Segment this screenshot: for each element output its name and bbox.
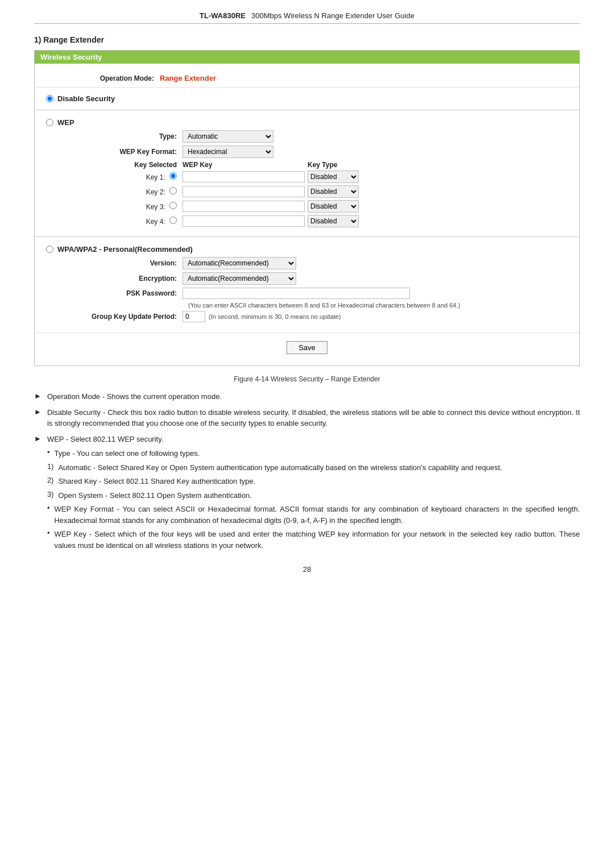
sub-item-type: • Type - You can select one of following…: [47, 448, 580, 459]
key4-type-select[interactable]: Disabled 64Bit 128Bit 152Bit: [308, 215, 359, 227]
key3-radio[interactable]: [169, 202, 177, 209]
type-label: Type:: [69, 132, 182, 140]
key2-label: Key 2:: [69, 187, 182, 196]
operation-mode-row: Operation Mode: Range Extender: [35, 69, 579, 88]
key3-input[interactable]: [182, 201, 305, 212]
section-number: 1): [34, 35, 41, 44]
description-list: ► Operation Mode - Shows the current ope…: [34, 391, 580, 554]
key3-type-select[interactable]: Disabled 64Bit 128Bit 152Bit: [308, 200, 359, 213]
wep-section-wrapper: WEP Type: Automatic Shared Key Open Syst…: [35, 116, 579, 232]
key1-radio[interactable]: [169, 172, 177, 180]
key1-input[interactable]: [182, 171, 305, 182]
arrow-icon-2: ►: [34, 408, 42, 416]
disable-security-label: Disable Security: [57, 94, 115, 103]
wep-key-header: WEP Key: [182, 161, 308, 169]
guide-title: 300Mbps Wireless N Range Extender User G…: [251, 11, 414, 20]
sub-item-shared: 2) Shared Key - Select 802.11 Shared Key…: [47, 476, 580, 487]
key3-label: Key 3:: [69, 202, 182, 211]
sub-list-3: • Type - You can select one of following…: [47, 448, 580, 551]
group-key-note: (In second, minimum is 30, 0 means no up…: [209, 313, 341, 320]
bullet-text-1: Operation Mode - Shows the current opera…: [47, 391, 580, 402]
encryption-label: Encryption:: [69, 275, 182, 283]
bullet-item-3: ► WEP - Select 802.11 WEP security. • Ty…: [34, 434, 580, 554]
wpa-label: WPA/WPA2 - Personal(Recommended): [57, 245, 193, 254]
section-name: Range Extender: [43, 35, 104, 44]
sub-item-format: • WEP Key Format - You can select ASCII …: [47, 504, 580, 526]
encryption-select[interactable]: Automatic(Recommended) TKIP AES: [182, 272, 296, 285]
group-key-row: Group Key Update Period: (In second, min…: [69, 311, 568, 322]
psk-password-row: PSK Password:: [69, 288, 568, 299]
group-key-label: Group Key Update Period:: [69, 313, 182, 321]
key2-type-select[interactable]: Disabled 64Bit 128Bit 152Bit: [308, 185, 359, 198]
key-row-1: Key 1: Disabled 64Bit 128Bit 152Bit: [69, 171, 568, 183]
bullet-text-3: WEP - Select 802.11 WEP security.: [47, 435, 163, 443]
sub-text-shared: Shared Key - Select 802.11 Shared Key au…: [58, 476, 255, 487]
key-row-4: Key 4: Disabled 64Bit 128Bit 152Bit: [69, 215, 568, 227]
key2-radio[interactable]: [169, 187, 177, 194]
sub-num-open: 3): [47, 490, 54, 499]
operation-mode-label: Operation Mode:: [35, 74, 160, 82]
sub-text-wepkey: WEP Key - Select which of the four keys …: [54, 529, 580, 551]
key-row-2: Key 2: Disabled 64Bit 128Bit 152Bit: [69, 185, 568, 198]
key4-label: Key 4:: [69, 217, 182, 226]
sub-item-open: 3) Open System - Select 802.11 Open Syst…: [47, 490, 580, 501]
group-key-input[interactable]: [182, 311, 205, 322]
sub-item-wepkey: • WEP Key - Select which of the four key…: [47, 529, 580, 551]
figure-caption: Figure 4-14 Wireless Security – Range Ex…: [34, 375, 580, 383]
arrow-icon-3: ►: [34, 434, 42, 443]
wpa-radio[interactable]: [46, 246, 53, 253]
model-label: TL-WA830RE: [200, 11, 246, 20]
disable-security-row: Disable Security: [35, 91, 579, 106]
arrow-icon-1: ►: [34, 392, 42, 400]
wireless-security-box: Wireless Security Operation Mode: Range …: [34, 50, 580, 366]
type-row: Type: Automatic Shared Key Open System: [69, 130, 568, 143]
page-number: 28: [34, 565, 580, 574]
save-row: Save: [35, 333, 579, 360]
header-bar: TL-WA830RE 300Mbps Wireless N Range Exte…: [34, 11, 580, 24]
key1-label: Key 1:: [69, 172, 182, 181]
bullet-item-2: ► Disable Security - Check this box radi…: [34, 407, 580, 429]
sub-bullet-type: •: [47, 448, 50, 456]
disable-security-radio[interactable]: [46, 95, 53, 102]
wep-key-format-row: WEP Key Format: Hexadecimal ASCII: [69, 146, 568, 158]
sub-text-format: WEP Key Format - You can select ASCII or…: [54, 504, 580, 526]
version-select[interactable]: Automatic(Recommended) WPA WPA2: [182, 257, 296, 269]
wpa-section-wrapper: WPA/WPA2 - Personal(Recommended) Version…: [35, 243, 579, 327]
key-header-row: Key Selected WEP Key Key Type: [69, 161, 568, 169]
key-selected-header: Key Selected: [69, 161, 182, 169]
encryption-row: Encryption: Automatic(Recommended) TKIP …: [69, 272, 568, 285]
sub-item-auto: 1) Automatic - Select Shared Key or Open…: [47, 462, 580, 474]
wpa-section: Version: Automatic(Recommended) WPA WPA2…: [46, 257, 568, 322]
wep-radio[interactable]: [46, 119, 53, 126]
wep-key-format-label: WEP Key Format:: [69, 148, 182, 156]
psk-password-label: PSK Password:: [69, 289, 182, 297]
key2-input[interactable]: [182, 186, 305, 197]
key4-input[interactable]: [182, 215, 305, 227]
wpa-radio-row: WPA/WPA2 - Personal(Recommended): [46, 245, 568, 254]
ws-header: Wireless Security: [35, 51, 579, 64]
panel-title: Wireless Security: [40, 53, 102, 61]
key-row-3: Key 3: Disabled 64Bit 128Bit 152Bit: [69, 200, 568, 213]
key1-type-select[interactable]: Disabled 64Bit 128Bit 152Bit: [308, 171, 359, 183]
sub-text-type: Type - You can select one of following t…: [54, 448, 200, 459]
version-row: Version: Automatic(Recommended) WPA WPA2: [69, 257, 568, 269]
wep-label: WEP: [57, 118, 74, 127]
save-button[interactable]: Save: [287, 341, 327, 354]
version-label: Version:: [69, 259, 182, 267]
type-select[interactable]: Automatic Shared Key Open System: [182, 130, 273, 143]
psk-note: (You can enter ASCII characters between …: [188, 302, 568, 309]
sub-bullet-wepkey: •: [47, 529, 50, 537]
operation-mode-value: Range Extender: [160, 74, 216, 82]
psk-password-input[interactable]: [182, 288, 410, 299]
key-type-header: Key Type: [308, 161, 376, 169]
sub-num-auto: 1): [47, 462, 54, 471]
sub-num-shared: 2): [47, 476, 54, 484]
wep-section: Type: Automatic Shared Key Open System W…: [46, 130, 568, 227]
sub-text-open: Open System - Select 802.11 Open System …: [58, 490, 251, 501]
wep-key-format-select[interactable]: Hexadecimal ASCII: [182, 146, 273, 158]
wep-radio-row: WEP: [46, 118, 568, 127]
sub-bullet-format: •: [47, 504, 50, 512]
bullet-text-2: Disable Security - Check this box radio …: [47, 407, 580, 429]
bullet-item-1: ► Operation Mode - Shows the current ope…: [34, 391, 580, 402]
key4-radio[interactable]: [169, 217, 177, 224]
